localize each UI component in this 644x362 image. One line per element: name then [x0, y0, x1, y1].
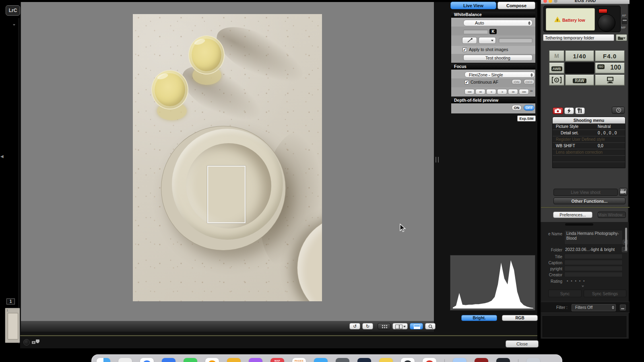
- panel-resize-handle[interactable]: [436, 157, 439, 162]
- dock-icon-launchpad[interactable]: [118, 358, 132, 362]
- dof-off-button[interactable]: OFF: [524, 105, 535, 111]
- dock-icon-camera-app[interactable]: [336, 358, 349, 362]
- histogram-panel: [450, 255, 535, 311]
- filter-select[interactable]: Filters Off: [572, 304, 616, 311]
- quality-cell[interactable]: RAW: [565, 74, 594, 86]
- rating-stars[interactable]: • • • • •: [567, 279, 586, 283]
- panel-collapse-arrow-icon[interactable]: ◀: [0, 154, 4, 158]
- creator-field[interactable]: [564, 272, 623, 277]
- liveview-photo[interactable]: [133, 14, 322, 301]
- tether-folder-field[interactable]: Tethering temporary folder: [543, 34, 614, 41]
- metadata-scrollbar[interactable]: [625, 228, 627, 251]
- af-focus-frame[interactable]: [207, 166, 246, 223]
- dock-icon-downloads-stack[interactable]: [526, 358, 540, 362]
- menu-row-label: Detail set.: [561, 131, 578, 135]
- wb-value-field[interactable]: [499, 38, 533, 43]
- live-view-shoot-button[interactable]: Live View shoot: [553, 189, 618, 196]
- rotate-right-button[interactable]: ↻: [362, 323, 373, 329]
- file-name-field[interactable]: Linda Hermans Photography-Blood: [564, 230, 623, 245]
- kelvin-button[interactable]: K: [489, 29, 497, 34]
- menu-row[interactable]: Picture Style Neutral: [553, 123, 625, 130]
- dock-icon-mail[interactable]: [162, 358, 175, 362]
- dock-icon-darkred-app[interactable]: [475, 358, 488, 362]
- tab-shooting[interactable]: [553, 107, 563, 114]
- dock-icon-messages[interactable]: [184, 358, 197, 362]
- dock-icon-photos[interactable]: [205, 358, 219, 362]
- tab-compose[interactable]: Compose: [497, 2, 535, 9]
- sync-settings-button[interactable]: Sync Settings: [584, 290, 626, 297]
- dock-icon-app-store[interactable]: [314, 358, 328, 362]
- filmstrip-thumbnail[interactable]: 1: [5, 308, 20, 343]
- flash-bolt-icon: [565, 108, 574, 114]
- panel-caret-icon[interactable]: [582, 286, 584, 287]
- focus-mode-select[interactable]: FlexiZone - Single: [464, 72, 535, 78]
- tab-live-view[interactable]: Live View: [450, 2, 496, 9]
- lr-collapse-caret-icon[interactable]: [13, 24, 15, 26]
- focus-step-far3-button[interactable]: <<<: [464, 89, 475, 95]
- af-mf-switch[interactable]: [621, 18, 628, 25]
- destination-cell[interactable]: [595, 74, 625, 86]
- histogram-display-button[interactable]: [410, 323, 423, 329]
- focus-step-near3-button[interactable]: >>>: [519, 89, 529, 95]
- af-point-grid-button[interactable]: [378, 323, 390, 329]
- dock-icon-maps[interactable]: MAP: [270, 358, 284, 362]
- wb-cell[interactable]: AWB: [549, 62, 564, 74]
- movie-camera-icon: [619, 188, 627, 195]
- filter-toggle-button[interactable]: [620, 304, 626, 311]
- focus-step-near2-button[interactable]: >>: [508, 89, 518, 95]
- compare-view-button[interactable]: [392, 323, 408, 329]
- dock-icon-lightblue-app[interactable]: [453, 358, 466, 362]
- wb-eyedropper-button[interactable]: [462, 37, 477, 44]
- dock-icon-finder[interactable]: [97, 358, 110, 362]
- caf-on-button[interactable]: ON: [512, 79, 522, 84]
- color-temp-field[interactable]: [463, 29, 488, 34]
- metering-cell[interactable]: [549, 74, 564, 86]
- menu-row[interactable]: Detail set. 0 , 0 , 0 , 0: [553, 130, 625, 136]
- wb-mode-select[interactable]: Auto: [463, 20, 533, 26]
- focus-step-near1-button[interactable]: >: [497, 89, 507, 95]
- iso-cell[interactable]: ISO 100: [595, 62, 625, 74]
- tab-flash[interactable]: [564, 107, 574, 114]
- sync-button[interactable]: Sync: [548, 290, 582, 297]
- dock-icon-display-app[interactable]: [496, 358, 510, 362]
- main-dial[interactable]: [598, 14, 615, 32]
- copyright-field[interactable]: [564, 266, 623, 271]
- other-functions-button[interactable]: Other Functions...: [553, 197, 625, 204]
- record-indicator[interactable]: [23, 339, 30, 346]
- dock-icon-pages[interactable]: PAGES: [292, 358, 306, 362]
- dock-icon-navy-app[interactable]: [357, 358, 371, 362]
- wb-preset-dropdown[interactable]: [479, 37, 496, 44]
- dock-icon-stickies[interactable]: [379, 358, 393, 362]
- zoom-button[interactable]: [425, 323, 436, 329]
- dock-icon-podcasts[interactable]: [249, 358, 262, 362]
- movie-record-button[interactable]: [619, 188, 627, 196]
- main-window-button[interactable]: Main Window...: [598, 212, 626, 218]
- shoot-mode-cell[interactable]: M: [549, 50, 564, 62]
- dock-icon-safari[interactable]: [140, 358, 154, 362]
- histogram-tab-rgb[interactable]: RGB: [502, 315, 538, 321]
- caption-field[interactable]: [564, 260, 623, 265]
- dock-icon-dark-circle-app[interactable]: [401, 358, 415, 362]
- histogram-tab-bright[interactable]: Bright.: [461, 315, 497, 321]
- focus-step-far1-button[interactable]: <: [486, 89, 496, 95]
- tab-setup[interactable]: [575, 107, 585, 114]
- test-shooting-button[interactable]: Test shooting: [463, 55, 533, 61]
- close-button[interactable]: Close: [506, 340, 539, 348]
- title-field[interactable]: [564, 254, 623, 259]
- apply-to-shot-checkbox[interactable]: ✓: [462, 47, 467, 52]
- caf-off-button[interactable]: OFF: [524, 79, 535, 84]
- aperture-cell[interactable]: F4.0: [595, 50, 625, 62]
- tether-folder-button[interactable]: [616, 34, 627, 41]
- rotate-left-button[interactable]: ↺: [349, 323, 360, 329]
- menu-row[interactable]: WB SHIFT 0,0: [553, 143, 625, 149]
- shutter-speed-cell[interactable]: 1/40: [565, 50, 594, 62]
- timer-button[interactable]: [612, 107, 625, 114]
- continuous-af-checkbox[interactable]: ✓: [464, 80, 469, 84]
- dock-icon-music[interactable]: [227, 358, 241, 362]
- focus-step-far2-button[interactable]: <<: [475, 89, 485, 95]
- dof-on-button[interactable]: ON: [512, 105, 522, 111]
- dock-icon-red-circle-app[interactable]: [423, 358, 436, 362]
- preferences-button[interactable]: Preferences...: [553, 212, 592, 218]
- wb-mode-value: Auto: [475, 21, 484, 25]
- scroll-notch[interactable]: [565, 223, 593, 226]
